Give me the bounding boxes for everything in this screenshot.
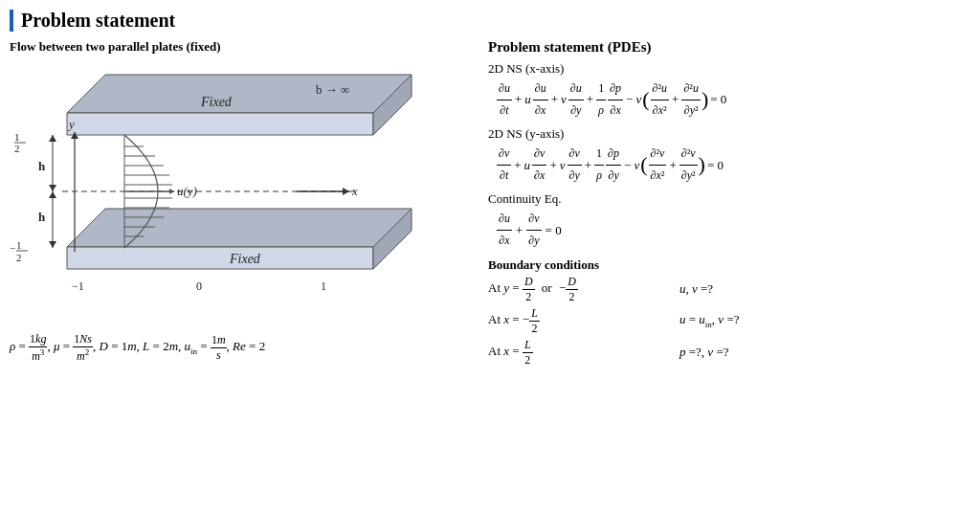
h-top-arrow-up bbox=[49, 135, 56, 142]
neg-half-denom: 2 bbox=[16, 252, 22, 263]
x-minus1: −1 bbox=[72, 279, 84, 293]
params-text: ρ = 1kgm3, μ = 1Nsm2, D = 1m, L = 2m, ui… bbox=[10, 339, 265, 353]
x-label: x bbox=[351, 184, 358, 198]
title-bar: Problem statement bbox=[10, 10, 961, 32]
continuity-equation: ∂u ∂x + ∂v ∂y = 0 bbox=[496, 209, 961, 251]
page-title: Problem statement bbox=[21, 10, 175, 32]
b-inf-label: b → ∞ bbox=[316, 82, 349, 97]
half-top-denom: 2 bbox=[14, 143, 20, 154]
right-panel: Problem statement (PDEs) 2D NS (x-axis) … bbox=[479, 39, 961, 503]
h-top-arrow-down bbox=[49, 185, 56, 191]
bc-title: Boundary conditions bbox=[488, 257, 961, 273]
h-bottom-arrow-down bbox=[49, 241, 56, 248]
pde-title: Problem statement (PDEs) bbox=[488, 39, 961, 56]
flow-diagram: Fixed b → ∞ Fixed x bbox=[10, 60, 450, 323]
bc-row-3: At x = L2 p =?, v =? bbox=[488, 338, 961, 368]
svg-marker-1 bbox=[67, 113, 373, 135]
bc-row-1: At y = D2 or −D2 u, v =? bbox=[488, 275, 961, 304]
h-top-label: h bbox=[38, 159, 46, 173]
bc-1-result: u, v =? bbox=[679, 281, 713, 297]
diagram-container: Fixed b → ∞ Fixed x bbox=[10, 60, 450, 328]
params-line: ρ = 1kgm3, μ = 1Nsm2, D = 1m, L = 2m, ui… bbox=[10, 332, 469, 364]
fixed-bottom-label: Fixed bbox=[229, 252, 261, 266]
svg-marker-4 bbox=[67, 247, 373, 269]
bc-3-condition: At x = L2 bbox=[488, 338, 660, 368]
bc-row-2: At x = −L2 u = uin, v =? bbox=[488, 306, 961, 336]
ns-x-equation: ∂u ∂t + u ∂u ∂x + v ∂u ∂y + 1 ρ bbox=[496, 78, 961, 121]
bc-2-condition: At x = −L2 bbox=[488, 306, 660, 336]
diagram-title: Flow between two parallel plates (fixed) bbox=[10, 39, 469, 55]
ns-y-equation: ∂v ∂t + u ∂v ∂x + v ∂v ∂y + 1 ρ bbox=[496, 144, 961, 186]
bc-3-result: p =?, v =? bbox=[679, 345, 729, 360]
x-zero: 0 bbox=[196, 279, 202, 293]
ns-y-label: 2D NS (y-axis) bbox=[488, 126, 961, 142]
neg-half-num: 1 bbox=[16, 239, 22, 251]
x-axis-arrowhead bbox=[343, 188, 349, 195]
left-panel: Flow between two parallel plates (fixed) bbox=[10, 39, 479, 503]
ns-x-label: 2D NS (x-axis) bbox=[488, 61, 961, 77]
continuity-label: Continuity Eq. bbox=[488, 191, 961, 207]
svg-marker-3 bbox=[67, 209, 412, 247]
h-bottom-arrow-up bbox=[49, 191, 56, 198]
u-y-label: u(y) bbox=[177, 184, 197, 198]
page: Problem statement Flow between two paral… bbox=[0, 0, 980, 513]
fixed-top-label: Fixed bbox=[200, 95, 233, 109]
svg-marker-0 bbox=[67, 75, 412, 113]
main-content: Flow between two parallel plates (fixed) bbox=[10, 39, 961, 503]
neg-half-label: − bbox=[10, 242, 15, 254]
bc-2-result: u = uin, v =? bbox=[679, 312, 740, 329]
y-label: y bbox=[67, 117, 75, 131]
bc-1-condition: At y = D2 or −D2 bbox=[488, 275, 660, 304]
h-bottom-label: h bbox=[38, 210, 46, 224]
x-one: 1 bbox=[321, 279, 326, 293]
vel-arrow-center-head bbox=[169, 189, 174, 194]
half-top-label: 1 bbox=[14, 131, 20, 143]
